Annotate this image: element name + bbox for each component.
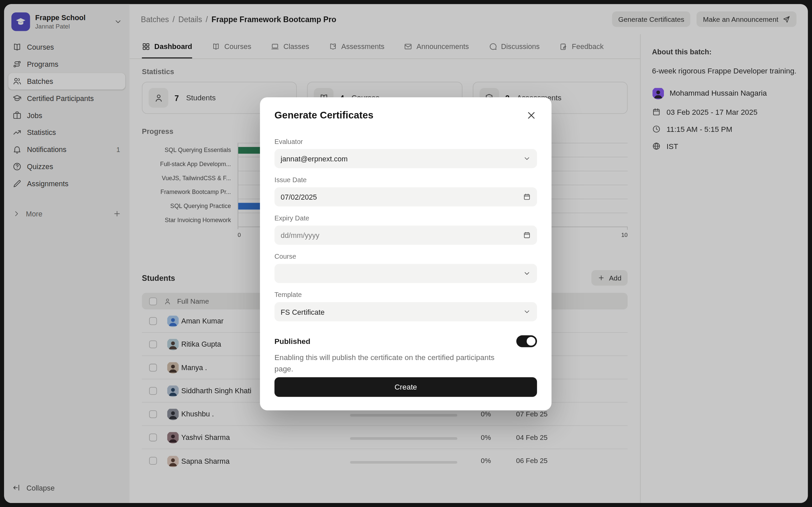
chevron-down-icon bbox=[523, 308, 531, 316]
create-button[interactable]: Create bbox=[274, 377, 537, 397]
close-icon[interactable] bbox=[526, 110, 537, 121]
toggle-knob bbox=[527, 337, 535, 346]
chevron-down-icon bbox=[523, 269, 531, 277]
published-label: Published bbox=[274, 337, 310, 346]
calendar-icon bbox=[523, 231, 531, 239]
issue-date-input[interactable]: 07/02/2025 bbox=[274, 187, 537, 206]
expiry-date-input[interactable]: dd/mm/yyyy bbox=[274, 225, 537, 245]
generate-certificates-modal: Generate Certificates Evaluator jannat@e… bbox=[260, 97, 551, 410]
evaluator-value: jannat@erpnext.com bbox=[281, 154, 348, 163]
published-toggle[interactable] bbox=[516, 335, 537, 347]
published-description: Enabling this will publish the certifica… bbox=[274, 352, 505, 375]
template-select[interactable]: FS Certificate bbox=[274, 302, 537, 321]
chevron-down-icon bbox=[523, 155, 531, 162]
calendar-icon bbox=[523, 193, 531, 201]
evaluator-label: Evaluator bbox=[274, 138, 537, 145]
course-label: Course bbox=[274, 253, 537, 260]
template-label: Template bbox=[274, 291, 537, 299]
course-select[interactable] bbox=[274, 264, 537, 283]
evaluator-select[interactable]: jannat@erpnext.com bbox=[274, 149, 537, 168]
modal-title: Generate Certificates bbox=[274, 110, 373, 121]
expiry-date-placeholder: dd/mm/yyyy bbox=[281, 231, 319, 240]
app-window: Frappe School Jannat Patel CoursesProgra… bbox=[4, 4, 808, 503]
issue-date-value: 07/02/2025 bbox=[281, 193, 317, 201]
template-value: FS Certificate bbox=[281, 308, 325, 316]
issue-date-label: Issue Date bbox=[274, 176, 537, 184]
expiry-date-label: Expiry Date bbox=[274, 214, 537, 222]
